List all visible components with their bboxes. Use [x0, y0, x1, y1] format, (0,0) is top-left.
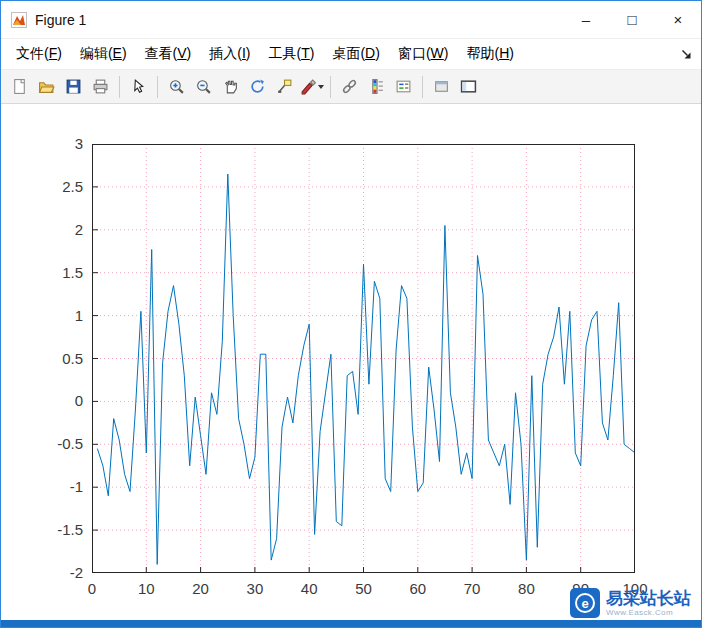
print-figure-icon [92, 78, 109, 95]
y-tick-label: -0.5 [57, 435, 83, 453]
x-tick-label: 50 [355, 580, 372, 598]
x-tick-label: 40 [301, 580, 318, 598]
zoom-in-icon [168, 78, 185, 95]
insert-colorbar-button[interactable] [363, 73, 390, 100]
open-file-button[interactable] [33, 73, 60, 100]
new-figure-icon [11, 78, 28, 95]
brush-icon [300, 78, 317, 95]
print-figure-button[interactable] [87, 73, 114, 100]
menubar: 文件(F)编辑(E)查看(V)插入(I)工具(T)桌面(D)窗口(W)帮助(H) [1, 39, 701, 70]
x-tick-label: 70 [464, 580, 481, 598]
menu-file[interactable]: 文件(F) [7, 41, 71, 67]
menu-window[interactable]: 窗口(W) [389, 41, 458, 67]
y-tick-label: 1.5 [62, 264, 83, 282]
toolbar [1, 70, 701, 104]
rotate-3d-button[interactable] [244, 73, 271, 100]
plot-svg [92, 144, 635, 573]
menu-help[interactable]: 帮助(H) [457, 41, 522, 67]
open-file-icon [38, 78, 55, 95]
pan-icon [222, 78, 239, 95]
y-tick-label: -2 [70, 564, 83, 582]
menu-insert[interactable]: 插入(I) [200, 41, 259, 67]
hide-plot-tools-button[interactable] [428, 73, 455, 100]
x-tick-label: 30 [247, 580, 264, 598]
pan-button[interactable] [217, 73, 244, 100]
insert-legend-button[interactable] [390, 73, 417, 100]
data-cursor-button[interactable] [271, 73, 298, 100]
watermark-text: 易采站长站 [606, 590, 691, 608]
matlab-figure-icon [11, 12, 27, 28]
figure-window: Figure 1 –□× 文件(F)编辑(E)查看(V)插入(I)工具(T)桌面… [0, 0, 702, 628]
zoom-out-icon [195, 78, 212, 95]
x-tick-label: 20 [192, 580, 209, 598]
hide-plot-tools-icon [433, 78, 450, 95]
x-tick-label: 0 [88, 580, 96, 598]
svg-text:e: e [581, 596, 588, 611]
save-figure-icon [65, 78, 82, 95]
edit-plot-icon [130, 78, 147, 95]
menu-edit[interactable]: 编辑(E) [71, 41, 136, 67]
y-tick-label: -1 [70, 478, 83, 496]
link-plot-button[interactable] [336, 73, 363, 100]
data-cursor-icon [276, 78, 293, 95]
x-tick-label: 80 [518, 580, 535, 598]
minimize-button[interactable]: – [563, 1, 609, 38]
close-button[interactable]: × [655, 1, 701, 38]
x-tick-label: 60 [409, 580, 426, 598]
watermark: e 易采站长站 Www.Easck.Com [570, 588, 691, 618]
new-figure-button[interactable] [6, 73, 33, 100]
insert-legend-icon [395, 78, 412, 95]
dock-figure-icon[interactable] [680, 47, 693, 60]
toolbar-separator [119, 76, 120, 98]
y-tick-label: 2 [75, 221, 83, 239]
window-controls: –□× [563, 1, 701, 38]
brush-button[interactable] [298, 73, 325, 100]
brush-menu-caret-icon[interactable] [318, 85, 324, 89]
y-tick-label: 1 [75, 307, 83, 325]
watermark-subtext: Www.Easck.Com [606, 608, 691, 617]
y-tick-label: -1.5 [57, 521, 83, 539]
toolbar-separator [330, 76, 331, 98]
menu-tools[interactable]: 工具(T) [260, 41, 324, 67]
insert-colorbar-icon [368, 78, 385, 95]
easck-logo-icon: e [570, 588, 600, 618]
show-plot-tools-button[interactable] [455, 73, 482, 100]
menu-view[interactable]: 查看(V) [136, 41, 201, 67]
toolbar-separator [157, 76, 158, 98]
y-tick-label: 0.5 [62, 350, 83, 368]
zoom-out-button[interactable] [190, 73, 217, 100]
window-bottom-border [1, 620, 701, 627]
x-tick-label: 10 [138, 580, 155, 598]
zoom-in-button[interactable] [163, 73, 190, 100]
show-plot-tools-icon [460, 78, 477, 95]
link-plot-icon [341, 78, 358, 95]
maximize-button[interactable]: □ [609, 1, 655, 38]
y-tick-label: 3 [75, 135, 83, 153]
y-tick-label: 2.5 [62, 178, 83, 196]
rotate-3d-icon [249, 78, 266, 95]
menu-desktop[interactable]: 桌面(D) [323, 41, 388, 67]
save-figure-button[interactable] [60, 73, 87, 100]
titlebar[interactable]: Figure 1 –□× [1, 1, 701, 39]
signal-line [97, 174, 635, 564]
y-tick-label: 0 [75, 392, 83, 410]
figure-canvas: 0102030405060708090100-2-1.5-1-0.500.511… [1, 104, 701, 622]
toolbar-separator [422, 76, 423, 98]
axes[interactable]: 0102030405060708090100-2-1.5-1-0.500.511… [92, 144, 635, 573]
grid-lines [92, 144, 635, 573]
window-title: Figure 1 [35, 12, 86, 28]
edit-plot-button[interactable] [125, 73, 152, 100]
